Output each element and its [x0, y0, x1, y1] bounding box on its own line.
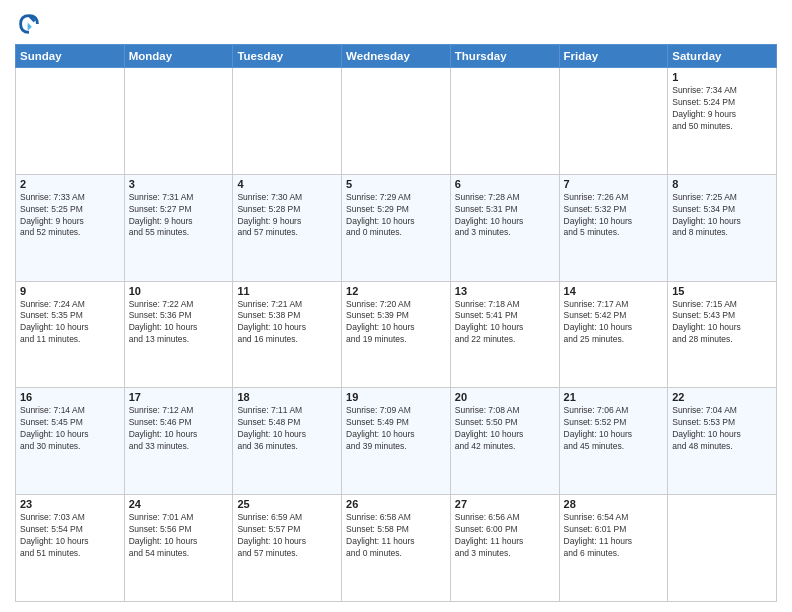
- day-cell: [668, 495, 777, 602]
- day-number: 21: [564, 391, 664, 403]
- day-info: Sunrise: 7:29 AM Sunset: 5:29 PM Dayligh…: [346, 192, 446, 240]
- day-cell: [124, 68, 233, 175]
- day-number: 5: [346, 178, 446, 190]
- day-cell: 8Sunrise: 7:25 AM Sunset: 5:34 PM Daylig…: [668, 174, 777, 281]
- day-cell: [233, 68, 342, 175]
- logo: [15, 10, 47, 38]
- day-info: Sunrise: 7:26 AM Sunset: 5:32 PM Dayligh…: [564, 192, 664, 240]
- week-row-1: 2Sunrise: 7:33 AM Sunset: 5:25 PM Daylig…: [16, 174, 777, 281]
- day-cell: 3Sunrise: 7:31 AM Sunset: 5:27 PM Daylig…: [124, 174, 233, 281]
- day-cell: 12Sunrise: 7:20 AM Sunset: 5:39 PM Dayli…: [342, 281, 451, 388]
- day-cell: 18Sunrise: 7:11 AM Sunset: 5:48 PM Dayli…: [233, 388, 342, 495]
- weekday-row: SundayMondayTuesdayWednesdayThursdayFrid…: [16, 45, 777, 68]
- logo-icon: [15, 10, 43, 38]
- day-info: Sunrise: 7:28 AM Sunset: 5:31 PM Dayligh…: [455, 192, 555, 240]
- day-info: Sunrise: 7:04 AM Sunset: 5:53 PM Dayligh…: [672, 405, 772, 453]
- day-number: 15: [672, 285, 772, 297]
- day-info: Sunrise: 7:12 AM Sunset: 5:46 PM Dayligh…: [129, 405, 229, 453]
- day-number: 25: [237, 498, 337, 510]
- day-cell: 9Sunrise: 7:24 AM Sunset: 5:35 PM Daylig…: [16, 281, 125, 388]
- day-number: 3: [129, 178, 229, 190]
- header: [15, 10, 777, 38]
- day-number: 2: [20, 178, 120, 190]
- day-number: 14: [564, 285, 664, 297]
- day-number: 1: [672, 71, 772, 83]
- day-number: 26: [346, 498, 446, 510]
- day-info: Sunrise: 6:59 AM Sunset: 5:57 PM Dayligh…: [237, 512, 337, 560]
- day-cell: 11Sunrise: 7:21 AM Sunset: 5:38 PM Dayli…: [233, 281, 342, 388]
- day-cell: 22Sunrise: 7:04 AM Sunset: 5:53 PM Dayli…: [668, 388, 777, 495]
- day-number: 13: [455, 285, 555, 297]
- day-cell: 23Sunrise: 7:03 AM Sunset: 5:54 PM Dayli…: [16, 495, 125, 602]
- day-number: 23: [20, 498, 120, 510]
- day-info: Sunrise: 7:03 AM Sunset: 5:54 PM Dayligh…: [20, 512, 120, 560]
- day-cell: 10Sunrise: 7:22 AM Sunset: 5:36 PM Dayli…: [124, 281, 233, 388]
- day-cell: 16Sunrise: 7:14 AM Sunset: 5:45 PM Dayli…: [16, 388, 125, 495]
- calendar-table: SundayMondayTuesdayWednesdayThursdayFrid…: [15, 44, 777, 602]
- page: SundayMondayTuesdayWednesdayThursdayFrid…: [0, 0, 792, 612]
- day-number: 9: [20, 285, 120, 297]
- day-info: Sunrise: 7:11 AM Sunset: 5:48 PM Dayligh…: [237, 405, 337, 453]
- day-cell: 20Sunrise: 7:08 AM Sunset: 5:50 PM Dayli…: [450, 388, 559, 495]
- day-info: Sunrise: 7:06 AM Sunset: 5:52 PM Dayligh…: [564, 405, 664, 453]
- day-cell: 4Sunrise: 7:30 AM Sunset: 5:28 PM Daylig…: [233, 174, 342, 281]
- day-number: 22: [672, 391, 772, 403]
- day-info: Sunrise: 7:22 AM Sunset: 5:36 PM Dayligh…: [129, 299, 229, 347]
- day-cell: 21Sunrise: 7:06 AM Sunset: 5:52 PM Dayli…: [559, 388, 668, 495]
- day-number: 20: [455, 391, 555, 403]
- calendar-body: 1Sunrise: 7:34 AM Sunset: 5:24 PM Daylig…: [16, 68, 777, 602]
- weekday-thursday: Thursday: [450, 45, 559, 68]
- week-row-2: 9Sunrise: 7:24 AM Sunset: 5:35 PM Daylig…: [16, 281, 777, 388]
- day-info: Sunrise: 7:20 AM Sunset: 5:39 PM Dayligh…: [346, 299, 446, 347]
- day-number: 16: [20, 391, 120, 403]
- day-info: Sunrise: 6:56 AM Sunset: 6:00 PM Dayligh…: [455, 512, 555, 560]
- day-cell: [16, 68, 125, 175]
- day-cell: 7Sunrise: 7:26 AM Sunset: 5:32 PM Daylig…: [559, 174, 668, 281]
- day-info: Sunrise: 6:54 AM Sunset: 6:01 PM Dayligh…: [564, 512, 664, 560]
- day-cell: [559, 68, 668, 175]
- weekday-monday: Monday: [124, 45, 233, 68]
- day-cell: 27Sunrise: 6:56 AM Sunset: 6:00 PM Dayli…: [450, 495, 559, 602]
- day-number: 10: [129, 285, 229, 297]
- day-number: 11: [237, 285, 337, 297]
- day-info: Sunrise: 7:25 AM Sunset: 5:34 PM Dayligh…: [672, 192, 772, 240]
- weekday-tuesday: Tuesday: [233, 45, 342, 68]
- day-info: Sunrise: 7:21 AM Sunset: 5:38 PM Dayligh…: [237, 299, 337, 347]
- weekday-saturday: Saturday: [668, 45, 777, 68]
- weekday-wednesday: Wednesday: [342, 45, 451, 68]
- day-number: 24: [129, 498, 229, 510]
- day-info: Sunrise: 7:15 AM Sunset: 5:43 PM Dayligh…: [672, 299, 772, 347]
- day-info: Sunrise: 7:14 AM Sunset: 5:45 PM Dayligh…: [20, 405, 120, 453]
- weekday-sunday: Sunday: [16, 45, 125, 68]
- day-cell: [342, 68, 451, 175]
- day-cell: 2Sunrise: 7:33 AM Sunset: 5:25 PM Daylig…: [16, 174, 125, 281]
- day-info: Sunrise: 7:33 AM Sunset: 5:25 PM Dayligh…: [20, 192, 120, 240]
- day-cell: 1Sunrise: 7:34 AM Sunset: 5:24 PM Daylig…: [668, 68, 777, 175]
- day-info: Sunrise: 7:09 AM Sunset: 5:49 PM Dayligh…: [346, 405, 446, 453]
- day-number: 18: [237, 391, 337, 403]
- day-cell: 13Sunrise: 7:18 AM Sunset: 5:41 PM Dayli…: [450, 281, 559, 388]
- day-number: 6: [455, 178, 555, 190]
- day-cell: 24Sunrise: 7:01 AM Sunset: 5:56 PM Dayli…: [124, 495, 233, 602]
- day-info: Sunrise: 7:34 AM Sunset: 5:24 PM Dayligh…: [672, 85, 772, 133]
- day-number: 12: [346, 285, 446, 297]
- day-info: Sunrise: 7:17 AM Sunset: 5:42 PM Dayligh…: [564, 299, 664, 347]
- day-cell: 15Sunrise: 7:15 AM Sunset: 5:43 PM Dayli…: [668, 281, 777, 388]
- day-number: 19: [346, 391, 446, 403]
- day-info: Sunrise: 6:58 AM Sunset: 5:58 PM Dayligh…: [346, 512, 446, 560]
- day-info: Sunrise: 7:31 AM Sunset: 5:27 PM Dayligh…: [129, 192, 229, 240]
- day-number: 17: [129, 391, 229, 403]
- day-cell: 17Sunrise: 7:12 AM Sunset: 5:46 PM Dayli…: [124, 388, 233, 495]
- day-cell: 28Sunrise: 6:54 AM Sunset: 6:01 PM Dayli…: [559, 495, 668, 602]
- day-number: 7: [564, 178, 664, 190]
- day-number: 28: [564, 498, 664, 510]
- day-info: Sunrise: 7:24 AM Sunset: 5:35 PM Dayligh…: [20, 299, 120, 347]
- day-cell: 19Sunrise: 7:09 AM Sunset: 5:49 PM Dayli…: [342, 388, 451, 495]
- day-cell: 6Sunrise: 7:28 AM Sunset: 5:31 PM Daylig…: [450, 174, 559, 281]
- day-info: Sunrise: 7:01 AM Sunset: 5:56 PM Dayligh…: [129, 512, 229, 560]
- day-number: 27: [455, 498, 555, 510]
- day-cell: 25Sunrise: 6:59 AM Sunset: 5:57 PM Dayli…: [233, 495, 342, 602]
- day-number: 4: [237, 178, 337, 190]
- day-info: Sunrise: 7:30 AM Sunset: 5:28 PM Dayligh…: [237, 192, 337, 240]
- day-number: 8: [672, 178, 772, 190]
